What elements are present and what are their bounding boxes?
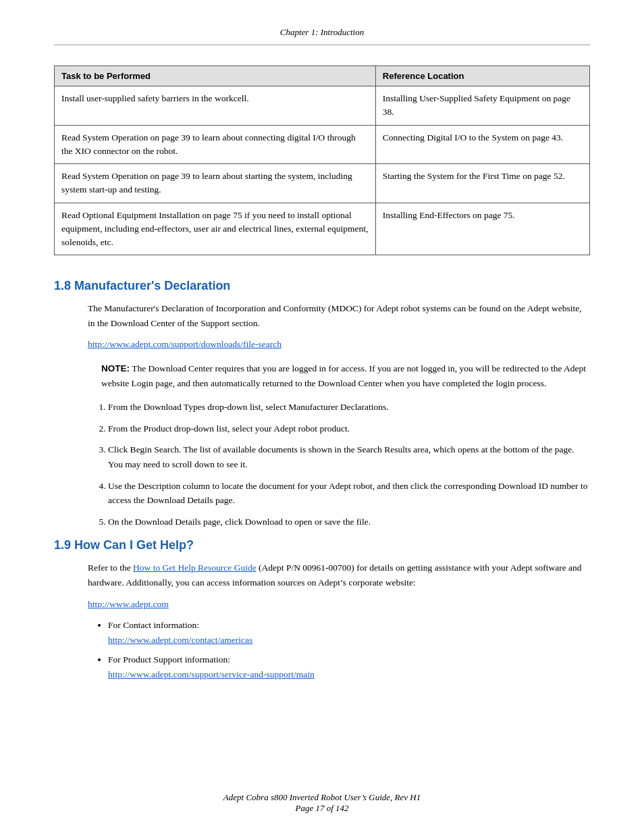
table-col1-header: Task to be Performed [55, 66, 376, 86]
section-18-heading: 1.8 Manufacturer's Declaration [54, 279, 590, 293]
step-item: On the Download Details page, click Down… [108, 515, 590, 529]
table-col2-header: Reference Location [375, 66, 589, 86]
table-cell-task: Install user-supplied safety barriers in… [55, 86, 376, 126]
table-row: Install user-supplied safety barriers in… [55, 86, 590, 126]
table-row: Read System Operation on page 39 to lear… [55, 125, 590, 164]
section-18-body: The Manufacturer's Declaration of Incorp… [88, 301, 590, 529]
header-text: Chapter 1: Introduction [280, 27, 364, 37]
section-19-body: Refer to the How to Get Help Resource Gu… [88, 561, 590, 681]
table-cell-reference: Starting the System for the First Time o… [375, 164, 589, 203]
bullet-link[interactable]: http://www.adept.com/contact/americas [108, 635, 252, 645]
table-cell-reference: Connecting Digital I/O to the System on … [375, 125, 589, 164]
footer-line2: Page 17 of 142 [0, 803, 644, 814]
section-19-resource-link[interactable]: How to Get Help Resource Guide [133, 563, 257, 573]
table-row: Read System Operation on page 39 to lear… [55, 164, 590, 203]
section-18-intro: The Manufacturer's Declaration of Incorp… [88, 301, 590, 330]
bullet-item: For Product Support information: http://… [108, 652, 590, 681]
section-19-intro: Refer to the How to Get Help Resource Gu… [88, 561, 590, 590]
page: Chapter 1: Introduction Task to be Perfo… [0, 0, 644, 834]
step-item: From the Product drop-down list, select … [108, 421, 590, 436]
bullet-link[interactable]: http://www.adept.com/support/service-and… [108, 669, 315, 679]
note-block: NOTE: The Download Center requires that … [101, 361, 590, 390]
step-item: Use the Description column to locate the… [108, 479, 590, 508]
footer-line1: Adept Cobra s800 Inverted Robot User’s G… [0, 792, 644, 803]
table-cell-task: Read System Operation on page 39 to lear… [55, 164, 376, 203]
steps-list: From the Download Types drop-down list, … [108, 400, 590, 529]
bullet-item: For Contact information:http://www.adept… [108, 618, 590, 647]
step-item: Click Begin Search. The list of availabl… [108, 442, 590, 471]
bullets-list: For Contact information:http://www.adept… [108, 618, 590, 681]
section-19-heading: 1.9 How Can I Get Help? [54, 538, 590, 552]
note-label: NOTE: [101, 363, 130, 373]
task-table: Task to be Performed Reference Location … [54, 66, 590, 255]
table-cell-task: Read System Operation on page 39 to lear… [55, 125, 376, 164]
page-footer: Adept Cobra s800 Inverted Robot User’s G… [0, 792, 644, 814]
table-row: Read Optional Equipment Installation on … [55, 203, 590, 255]
bullet-label: For Product Support information: [108, 654, 230, 664]
table-cell-reference: Installing User-Supplied Safety Equipmen… [375, 86, 589, 126]
step-item: From the Download Types drop-down list, … [108, 400, 590, 415]
table-cell-task: Read Optional Equipment Installation on … [55, 203, 376, 255]
page-header: Chapter 1: Introduction [54, 27, 590, 45]
website-link[interactable]: http://www.adept.com [88, 599, 169, 609]
table-cell-reference: Installing End-Effectors on page 75. [375, 203, 589, 255]
section-18-link[interactable]: http://www.adept.com/support/downloads/f… [88, 339, 281, 349]
note-text: The Download Center requires that you ar… [101, 363, 586, 388]
bullet-label: For Contact information: [108, 620, 199, 630]
section-19-before-link: Refer to the [88, 563, 133, 573]
